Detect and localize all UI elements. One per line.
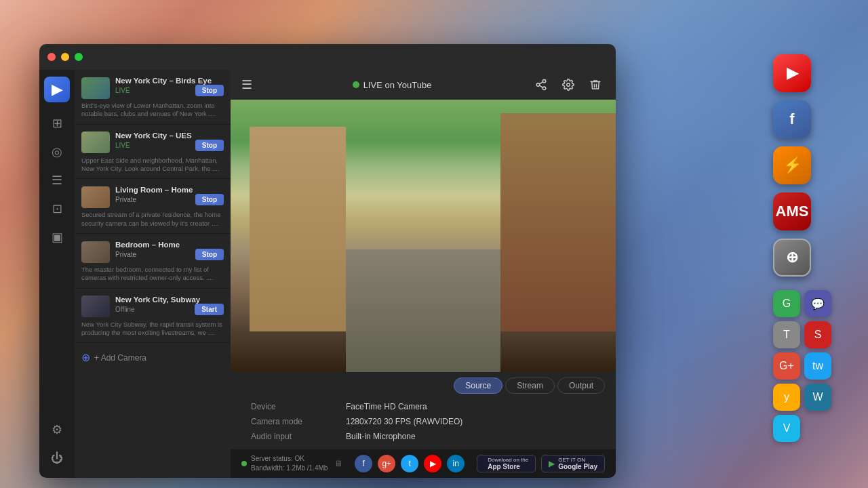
sidebar-logo[interactable]: ▶	[44, 77, 70, 102]
status-dot	[241, 461, 247, 466]
grid-icon: ⊡	[52, 201, 62, 216]
camera-list: New York City – Birds Eye LIVE Stop Bird…	[75, 70, 231, 478]
camera-description: The master bedroom, connected to my list…	[81, 266, 224, 283]
y-small-icon[interactable]: y	[773, 384, 800, 411]
tabs-row: Source Stream Output	[231, 372, 616, 396]
tw-small-icon[interactable]: tw	[804, 352, 831, 380]
sidebar-item-grid[interactable]: ⊡	[44, 196, 70, 222]
audio-input-label: Audio input	[251, 432, 332, 441]
device-value: FaceTime HD Camera	[346, 402, 427, 411]
building-left	[250, 127, 346, 331]
camera-status-row: Private Stop	[115, 249, 224, 260]
sidebar-item-settings[interactable]: ⚙	[44, 417, 70, 443]
camera-header: Bedroom – Home Private Stop	[81, 241, 224, 263]
camera-name: New York City, Subway	[115, 296, 224, 304]
stop-button[interactable]: Stop	[195, 249, 224, 260]
camera-header: New York City – Birds Eye LIVE Stop	[81, 77, 224, 99]
svg-line-3	[539, 85, 542, 87]
live-indicator: LIVE on YouTube	[353, 80, 432, 90]
road	[346, 249, 500, 372]
minimize-button[interactable]	[61, 53, 69, 61]
tab-output[interactable]: Output	[557, 378, 605, 394]
sidebar-item-location[interactable]: ◎	[44, 139, 70, 165]
status-text-block: Server status: OK Bandwidth: 1.2Mb /1.4M…	[251, 454, 328, 473]
camera-description: New York City Subway, the rapid transit …	[81, 321, 224, 338]
bandwidth-text: Bandwidth: 1.2Mb /1.4Mb	[251, 464, 328, 473]
sniper-icon: ⊕	[786, 249, 798, 266]
ams-app-icon[interactable]: AMS	[773, 192, 811, 230]
sidebar: ▶ ⊞ ◎ ☰ ⊡ ▣ ⚙ ⏻	[39, 70, 75, 478]
t-small-icon[interactable]: T	[773, 321, 800, 348]
social-googleplus[interactable]: g+	[378, 455, 395, 472]
chat-small-icon[interactable]: 💬	[804, 290, 831, 317]
camera-item-nyc-ues[interactable]: New York City – UES LIVE Stop Upper East…	[75, 125, 231, 180]
audio-input-value: Built-in Microphone	[346, 432, 416, 441]
list-icon: ☰	[52, 173, 62, 188]
right-topbar: ☰ LIVE on YouTube	[231, 70, 616, 100]
device-label: Device	[251, 402, 332, 411]
share-button[interactable]	[532, 75, 551, 94]
lightning-icon: ⚡	[783, 157, 802, 174]
camera-description: Upper East Side and neighborhood, Manhat…	[81, 157, 224, 174]
tab-stream[interactable]: Stream	[505, 378, 555, 394]
menu-icon[interactable]: ☰	[241, 77, 252, 92]
trash-button[interactable]	[586, 75, 605, 94]
stop-button[interactable]: Stop	[195, 194, 224, 205]
camera-header: Living Room – Home Private Stop	[81, 186, 224, 208]
add-camera-button[interactable]: ⊕ + Add Camera	[75, 343, 231, 372]
google-small-icon[interactable]: G	[773, 290, 800, 317]
youtube-app-icon[interactable]: ▶	[773, 54, 811, 92]
sidebar-item-library[interactable]: ⊞	[44, 110, 70, 136]
google-play-text: GET IT ON Google Play	[558, 457, 597, 471]
camera-thumbnail	[81, 186, 110, 208]
social-twitter[interactable]: t	[401, 455, 418, 472]
social-linkedin[interactable]: in	[447, 455, 465, 472]
camera-header: New York City – UES LIVE Stop	[81, 131, 224, 154]
camera-name: Living Room – Home	[115, 186, 224, 194]
camera-info: Bedroom – Home Private Stop	[115, 241, 224, 263]
main-content: ▶ ⊞ ◎ ☰ ⊡ ▣ ⚙ ⏻	[39, 70, 616, 478]
add-camera-icon: ⊕	[81, 351, 90, 364]
tab-source[interactable]: Source	[454, 378, 502, 394]
google-play-small-text: GET IT ON	[558, 457, 597, 464]
stop-button[interactable]: Stop	[195, 140, 224, 151]
app-store-badge[interactable]: Download on the App Store	[477, 455, 536, 472]
close-button[interactable]	[47, 53, 56, 61]
sidebar-item-power[interactable]: ⏻	[44, 445, 70, 471]
google-play-badge[interactable]: ▶ GET IT ON Google Play	[541, 455, 605, 472]
maximize-button[interactable]	[75, 53, 83, 61]
stop-button[interactable]: Stop	[195, 85, 224, 96]
camera-name: Bedroom – Home	[115, 241, 224, 249]
topbar-actions	[532, 75, 605, 94]
google-play-title: Google Play	[558, 463, 597, 470]
video-icon: ▣	[52, 230, 63, 245]
app-store-small-text: Download on the	[488, 457, 528, 464]
sniper-app-icon[interactable]: ⊕	[773, 239, 811, 277]
lightning-app-icon[interactable]: ⚡	[773, 146, 811, 184]
sidebar-item-list[interactable]: ☰	[44, 167, 70, 193]
gplus-small-icon[interactable]: G+	[773, 352, 800, 380]
v-small-icon[interactable]: V	[773, 415, 800, 442]
facebook-app-icon[interactable]: f	[773, 100, 811, 138]
camera-status-row: LIVE Stop	[115, 85, 224, 96]
right-panel: ☰ LIVE on YouTube	[231, 70, 616, 478]
camera-item-subway[interactable]: New York City, Subway Offline Start New …	[75, 289, 231, 344]
wp-small-icon[interactable]: W	[804, 384, 831, 411]
social-youtube[interactable]: ▶	[424, 455, 441, 472]
start-button[interactable]: Start	[195, 304, 224, 315]
camera-info: New York City – Birds Eye LIVE Stop	[115, 77, 224, 99]
right-sidebar-icons: ▶ f ⚡ AMS ⊕ G 💬 T S G+ tw y W V	[773, 54, 854, 442]
camera-item-nyc-birds[interactable]: New York City – Birds Eye LIVE Stop Bird…	[75, 70, 231, 125]
sidebar-item-video[interactable]: ▣	[44, 224, 70, 250]
store-badges: Download on the App Store ▶ GET IT ON Go…	[477, 455, 605, 472]
logo-icon: ▶	[52, 81, 63, 98]
camera-description: Bird's-eye view of Lower Manhattan, zoom…	[81, 102, 224, 119]
gear-button[interactable]	[559, 75, 578, 94]
camera-item-bedroom[interactable]: Bedroom – Home Private Stop The master b…	[75, 234, 231, 289]
street-scene	[231, 100, 616, 372]
camera-item-living-room[interactable]: Living Room – Home Private Stop Secured …	[75, 179, 231, 234]
social-facebook[interactable]: f	[355, 455, 372, 472]
camera-mode-value: 868x488 30 FPS (RAWVIDEO)	[346, 417, 462, 426]
status-badge: Private	[115, 251, 136, 258]
s-small-icon[interactable]: S	[804, 321, 831, 348]
